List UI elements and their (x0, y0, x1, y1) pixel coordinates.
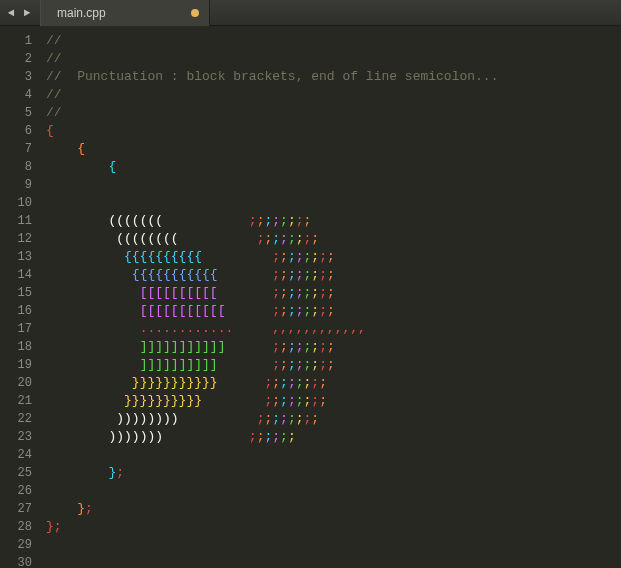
comment-text: // Punctuation : block brackets, end of … (46, 69, 498, 84)
token: } (77, 501, 85, 516)
token: ; (327, 285, 335, 300)
token: { (77, 141, 85, 156)
token: ; (311, 357, 319, 372)
token: ((((((( (108, 213, 163, 228)
code-line: // (46, 86, 621, 104)
token: ; (327, 303, 335, 318)
token: ; (280, 339, 288, 354)
line-number: 15 (0, 284, 32, 302)
token: ; (296, 249, 304, 264)
token: ]]]]]]]]]] (140, 357, 218, 372)
token: ; (280, 411, 288, 426)
token: {{{{{{{{{{ (124, 249, 202, 264)
token: ; (288, 249, 296, 264)
token: ; (116, 465, 124, 480)
token (163, 213, 249, 228)
token: ; (272, 411, 280, 426)
token: ; (319, 393, 327, 408)
token (225, 303, 272, 318)
line-number: 14 (0, 266, 32, 284)
code-line (46, 554, 621, 568)
token: ; (296, 231, 304, 246)
code-line (46, 536, 621, 554)
token: ; (319, 357, 327, 372)
code-line: ............ ,,,,,,,,,,,, (46, 320, 621, 338)
token: ; (280, 231, 288, 246)
code-line: // Punctuation : block brackets, end of … (46, 68, 621, 86)
token: }}}}}}}}}}} (132, 375, 218, 390)
code-line (46, 482, 621, 500)
token: ; (296, 267, 304, 282)
tab-title-label: main.cpp (57, 6, 106, 20)
token (218, 357, 273, 372)
token: ; (280, 429, 288, 444)
token: ; (311, 375, 319, 390)
token: ............ (140, 321, 234, 336)
token: ; (288, 375, 296, 390)
token: ; (272, 393, 280, 408)
token: ,,,,,,,,,,,, (272, 321, 366, 336)
token: }}}}}}}}}} (124, 393, 202, 408)
line-number: 5 (0, 104, 32, 122)
code-line: {{{{{{{{{{ ;;;;;;;; (46, 248, 621, 266)
token: ; (327, 339, 335, 354)
token: ; (296, 375, 304, 390)
line-number-gutter: 1234567891011121314151617181920212223242… (0, 26, 40, 568)
code-area[interactable]: ////// Punctuation : block brackets, end… (40, 26, 621, 568)
line-number: 26 (0, 482, 32, 500)
code-line: }; (46, 518, 621, 536)
token: ; (296, 213, 304, 228)
comment-text: // (46, 51, 62, 66)
token: ; (280, 285, 288, 300)
token: ; (288, 213, 296, 228)
token: ; (54, 519, 62, 534)
code-line: ]]]]]]]]]]] ;;;;;;;; (46, 338, 621, 356)
tab-next-icon[interactable]: ► (20, 6, 34, 20)
code-line: {{{{{{{{{{{ ;;;;;;;; (46, 266, 621, 284)
line-number: 29 (0, 536, 32, 554)
token: ; (311, 393, 319, 408)
token: {{{{{{{{{{{ (132, 267, 218, 282)
code-line: ((((((( ;;;;;;;; (46, 212, 621, 230)
token: ; (319, 303, 327, 318)
token: ; (327, 267, 335, 282)
token: ; (311, 249, 319, 264)
token: ; (280, 303, 288, 318)
comment-text: // (46, 87, 62, 102)
line-number: 2 (0, 50, 32, 68)
token: ; (249, 429, 257, 444)
code-line: [[[[[[[[[[[ ;;;;;;;; (46, 302, 621, 320)
token: ; (272, 231, 280, 246)
tab-prev-icon[interactable]: ◄ (4, 6, 18, 20)
code-line: { (46, 158, 621, 176)
token: ; (280, 267, 288, 282)
token (225, 339, 272, 354)
token: ; (288, 285, 296, 300)
line-number: 6 (0, 122, 32, 140)
token (179, 231, 257, 246)
token: ; (296, 357, 304, 372)
token: ; (304, 213, 312, 228)
token: ; (249, 213, 257, 228)
token: ; (280, 249, 288, 264)
code-line: }}}}}}}}}} ;;;;;;;; (46, 392, 621, 410)
code-line: )))))))) ;;;;;;;; (46, 410, 621, 428)
code-line: { (46, 122, 621, 140)
line-number: 23 (0, 428, 32, 446)
token: ; (311, 339, 319, 354)
code-line: ]]]]]]]]]] ;;;;;;;; (46, 356, 621, 374)
line-number: 16 (0, 302, 32, 320)
token: )))))))) (116, 411, 178, 426)
token: ; (272, 357, 280, 372)
editor-pane: 1234567891011121314151617181920212223242… (0, 26, 621, 568)
code-line: ))))))) ;;;;;; (46, 428, 621, 446)
token: ; (280, 393, 288, 408)
comment-text: // (46, 33, 62, 48)
token: ; (272, 285, 280, 300)
file-tab[interactable]: main.cpp (40, 0, 210, 26)
token: ; (311, 267, 319, 282)
token: ; (288, 411, 296, 426)
token: { (46, 123, 54, 138)
line-number: 19 (0, 356, 32, 374)
token: ; (272, 303, 280, 318)
